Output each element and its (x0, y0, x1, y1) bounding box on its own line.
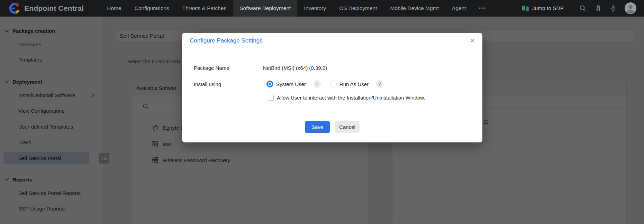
close-icon[interactable]: ✕ (470, 38, 475, 44)
nav-item-threats-patches[interactable]: Threats & Patches (176, 0, 233, 17)
system-user-help-icon[interactable]: ? (313, 80, 321, 88)
package-name-row: Package Name NetBird (MSI) (x64) (0.39.2… (194, 65, 327, 71)
nav-item-agent[interactable]: Agent (445, 0, 473, 17)
run-as-user-radio[interactable] (330, 81, 337, 87)
install-using-options: System User ? Run As User ? (266, 80, 383, 88)
run-as-user-help-icon[interactable]: ? (376, 80, 383, 88)
allow-interact-checkbox[interactable] (268, 95, 274, 101)
nav-divider (571, 4, 571, 12)
search-icon[interactable] (579, 4, 587, 12)
system-user-label[interactable]: System User (276, 81, 306, 87)
brand[interactable]: Endpoint Central (8, 2, 84, 14)
jump-to-sdp-label: Jump to SDP (532, 5, 564, 11)
nav-item-os-deployment[interactable]: OS Deployment (333, 0, 383, 17)
interact-checkbox-row: Allow User to interact with the Installa… (268, 95, 425, 101)
system-user-radio[interactable] (266, 81, 273, 87)
sdp-icon (522, 5, 529, 12)
nav-item-configurations[interactable]: Configurations (128, 0, 176, 17)
package-name-label: Package Name (194, 65, 263, 71)
allow-interact-label[interactable]: Allow User to interact with the Installa… (277, 95, 425, 101)
dialog-title: Configure Package Settings (190, 37, 263, 44)
install-using-row: Install using System User ? Run As User … (194, 80, 383, 88)
configure-package-settings-dialog: Configure Package Settings ✕ Package Nam… (182, 33, 482, 142)
dialog-header: Configure Package Settings ✕ (182, 33, 482, 49)
nav-right-tools: Jump to SDP (522, 2, 636, 14)
whats-new-rocket-icon[interactable] (594, 4, 602, 12)
user-avatar[interactable] (625, 2, 636, 14)
dialog-actions: Save Cancel (182, 121, 482, 133)
endpoint-central-logo-icon (8, 2, 20, 14)
cancel-button[interactable]: Cancel (335, 121, 360, 133)
run-as-user-label[interactable]: Run As User (339, 81, 369, 87)
save-button[interactable]: Save (305, 121, 330, 133)
nav-item-software-deployment[interactable]: Software Deployment (233, 0, 297, 17)
main-menu: Home Configurations Threats & Patches So… (100, 0, 492, 17)
nav-item-inventory[interactable]: Inventory (297, 0, 333, 17)
top-nav: Endpoint Central Home Configurations Thr… (0, 0, 644, 17)
nav-item-home[interactable]: Home (100, 0, 128, 17)
quick-actions-bolt-icon[interactable] (610, 4, 617, 12)
install-using-label: Install using (194, 81, 263, 87)
brand-name: Endpoint Central (24, 4, 84, 12)
jump-to-sdp-button[interactable]: Jump to SDP (522, 5, 564, 12)
person-icon (625, 2, 636, 14)
package-name-value: NetBird (MSI) (x64) (0.39.2) (263, 65, 327, 71)
nav-more-button[interactable]: ••• (472, 0, 492, 17)
nav-item-mobile-device-mgmt[interactable]: Mobile Device Mgmt (384, 0, 445, 17)
